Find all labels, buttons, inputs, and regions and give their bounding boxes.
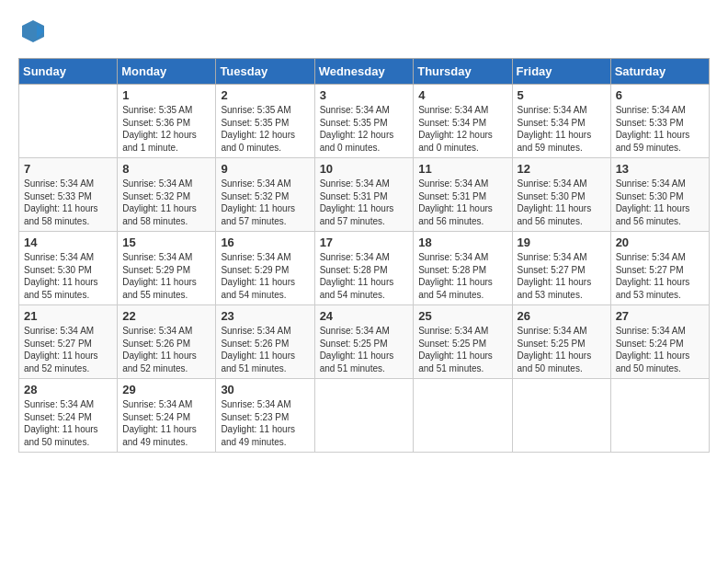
logo-text <box>18 18 46 49</box>
day-number: 16 <box>221 236 309 249</box>
day-number: 10 <box>320 162 409 176</box>
day-info: Sunrise: 5:34 AM Sunset: 5:31 PM Dayligh… <box>320 178 409 227</box>
calendar-cell: 12Sunrise: 5:34 AM Sunset: 5:30 PM Dayli… <box>512 158 610 232</box>
day-info: Sunrise: 5:34 AM Sunset: 5:34 PM Dayligh… <box>518 104 606 154</box>
day-number: 4 <box>418 88 506 102</box>
calendar-cell: 6Sunrise: 5:34 AM Sunset: 5:33 PM Daylig… <box>610 85 709 158</box>
day-info: Sunrise: 5:34 AM Sunset: 5:26 PM Dayligh… <box>221 325 309 374</box>
calendar-cell: 18Sunrise: 5:34 AM Sunset: 5:28 PM Dayli… <box>414 232 512 305</box>
calendar-cell: 19Sunrise: 5:34 AM Sunset: 5:27 PM Dayli… <box>512 232 610 305</box>
calendar-cell: 25Sunrise: 5:34 AM Sunset: 5:25 PM Dayli… <box>414 305 512 379</box>
calendar-cell <box>414 379 512 453</box>
day-info: Sunrise: 5:34 AM Sunset: 5:32 PM Dayligh… <box>221 178 309 227</box>
day-number: 29 <box>122 383 210 396</box>
calendar-cell <box>512 379 610 453</box>
calendar-header-row: SundayMondayTuesdayWednesdayThursdayFrid… <box>19 59 710 85</box>
day-info: Sunrise: 5:34 AM Sunset: 5:24 PM Dayligh… <box>616 325 704 374</box>
day-header-sunday: Sunday <box>19 59 118 85</box>
calendar-week-row: 1Sunrise: 5:35 AM Sunset: 5:36 PM Daylig… <box>19 85 710 158</box>
calendar-cell: 16Sunrise: 5:34 AM Sunset: 5:29 PM Dayli… <box>216 232 314 305</box>
calendar-cell: 24Sunrise: 5:34 AM Sunset: 5:25 PM Dayli… <box>314 305 414 379</box>
day-info: Sunrise: 5:34 AM Sunset: 5:28 PM Dayligh… <box>418 251 506 301</box>
calendar-cell: 8Sunrise: 5:34 AM Sunset: 5:32 PM Daylig… <box>118 158 216 232</box>
calendar-cell <box>314 379 414 453</box>
day-info: Sunrise: 5:34 AM Sunset: 5:24 PM Dayligh… <box>122 398 210 448</box>
day-number: 3 <box>320 88 409 102</box>
day-info: Sunrise: 5:34 AM Sunset: 5:30 PM Dayligh… <box>24 251 112 301</box>
day-number: 17 <box>320 236 409 249</box>
day-info: Sunrise: 5:34 AM Sunset: 5:27 PM Dayligh… <box>24 325 112 374</box>
calendar-cell: 7Sunrise: 5:34 AM Sunset: 5:33 PM Daylig… <box>19 158 118 232</box>
day-info: Sunrise: 5:34 AM Sunset: 5:28 PM Dayligh… <box>320 251 409 301</box>
day-info: Sunrise: 5:34 AM Sunset: 5:35 PM Dayligh… <box>320 104 409 154</box>
calendar-cell: 14Sunrise: 5:34 AM Sunset: 5:30 PM Dayli… <box>19 232 118 305</box>
calendar-week-row: 7Sunrise: 5:34 AM Sunset: 5:33 PM Daylig… <box>19 158 710 232</box>
calendar-cell: 29Sunrise: 5:34 AM Sunset: 5:24 PM Dayli… <box>118 379 216 453</box>
day-header-saturday: Saturday <box>610 59 709 85</box>
day-number: 26 <box>518 309 606 323</box>
day-info: Sunrise: 5:34 AM Sunset: 5:33 PM Dayligh… <box>24 178 112 227</box>
calendar-table: SundayMondayTuesdayWednesdayThursdayFrid… <box>18 58 710 453</box>
day-info: Sunrise: 5:34 AM Sunset: 5:33 PM Dayligh… <box>616 104 704 154</box>
calendar-week-row: 28Sunrise: 5:34 AM Sunset: 5:24 PM Dayli… <box>19 379 710 453</box>
day-number: 18 <box>418 236 506 249</box>
calendar-week-row: 14Sunrise: 5:34 AM Sunset: 5:30 PM Dayli… <box>19 232 710 305</box>
day-info: Sunrise: 5:34 AM Sunset: 5:31 PM Dayligh… <box>418 178 506 227</box>
day-number: 19 <box>518 236 606 249</box>
day-number: 28 <box>24 383 112 396</box>
day-number: 20 <box>616 236 704 249</box>
day-info: Sunrise: 5:34 AM Sunset: 5:27 PM Dayligh… <box>518 251 606 301</box>
day-number: 22 <box>122 309 210 323</box>
day-info: Sunrise: 5:34 AM Sunset: 5:26 PM Dayligh… <box>122 325 210 374</box>
day-number: 21 <box>24 309 112 323</box>
day-info: Sunrise: 5:34 AM Sunset: 5:30 PM Dayligh… <box>616 178 704 227</box>
day-info: Sunrise: 5:34 AM Sunset: 5:29 PM Dayligh… <box>221 251 309 301</box>
day-number: 13 <box>616 162 704 176</box>
day-info: Sunrise: 5:34 AM Sunset: 5:25 PM Dayligh… <box>320 325 409 374</box>
day-number: 14 <box>24 236 112 249</box>
day-number: 30 <box>221 383 309 396</box>
day-number: 23 <box>221 309 309 323</box>
calendar-cell: 22Sunrise: 5:34 AM Sunset: 5:26 PM Dayli… <box>118 305 216 379</box>
calendar-week-row: 21Sunrise: 5:34 AM Sunset: 5:27 PM Dayli… <box>19 305 710 379</box>
day-number: 24 <box>320 309 409 323</box>
day-header-wednesday: Wednesday <box>314 59 414 85</box>
logo <box>18 18 46 49</box>
calendar-cell: 27Sunrise: 5:34 AM Sunset: 5:24 PM Dayli… <box>610 305 709 379</box>
calendar-cell: 23Sunrise: 5:34 AM Sunset: 5:26 PM Dayli… <box>216 305 314 379</box>
calendar-cell: 26Sunrise: 5:34 AM Sunset: 5:25 PM Dayli… <box>512 305 610 379</box>
day-info: Sunrise: 5:34 AM Sunset: 5:25 PM Dayligh… <box>518 325 606 374</box>
day-number: 15 <box>122 236 210 249</box>
day-number: 11 <box>418 162 506 176</box>
calendar-cell: 1Sunrise: 5:35 AM Sunset: 5:36 PM Daylig… <box>118 85 216 158</box>
day-info: Sunrise: 5:35 AM Sunset: 5:35 PM Dayligh… <box>221 104 309 154</box>
day-info: Sunrise: 5:34 AM Sunset: 5:24 PM Dayligh… <box>24 398 112 448</box>
calendar-cell: 5Sunrise: 5:34 AM Sunset: 5:34 PM Daylig… <box>512 85 610 158</box>
calendar-cell: 21Sunrise: 5:34 AM Sunset: 5:27 PM Dayli… <box>19 305 118 379</box>
day-number: 8 <box>122 162 210 176</box>
day-number: 5 <box>518 88 606 102</box>
day-number: 25 <box>418 309 506 323</box>
calendar-cell: 3Sunrise: 5:34 AM Sunset: 5:35 PM Daylig… <box>314 85 414 158</box>
calendar-cell: 11Sunrise: 5:34 AM Sunset: 5:31 PM Dayli… <box>414 158 512 232</box>
calendar-cell: 15Sunrise: 5:34 AM Sunset: 5:29 PM Dayli… <box>118 232 216 305</box>
day-number: 27 <box>616 309 704 323</box>
day-number: 2 <box>221 88 309 102</box>
day-info: Sunrise: 5:34 AM Sunset: 5:34 PM Dayligh… <box>418 104 506 154</box>
calendar-cell: 17Sunrise: 5:34 AM Sunset: 5:28 PM Dayli… <box>314 232 414 305</box>
day-number: 9 <box>221 162 309 176</box>
day-header-friday: Friday <box>512 59 610 85</box>
day-info: Sunrise: 5:34 AM Sunset: 5:29 PM Dayligh… <box>122 251 210 301</box>
day-header-thursday: Thursday <box>414 59 512 85</box>
day-info: Sunrise: 5:35 AM Sunset: 5:36 PM Dayligh… <box>122 104 210 154</box>
calendar-cell: 9Sunrise: 5:34 AM Sunset: 5:32 PM Daylig… <box>216 158 314 232</box>
calendar-cell: 2Sunrise: 5:35 AM Sunset: 5:35 PM Daylig… <box>216 85 314 158</box>
day-number: 1 <box>122 88 210 102</box>
calendar-cell <box>610 379 709 453</box>
calendar-cell: 30Sunrise: 5:34 AM Sunset: 5:23 PM Dayli… <box>216 379 314 453</box>
calendar-cell: 28Sunrise: 5:34 AM Sunset: 5:24 PM Dayli… <box>19 379 118 453</box>
day-header-monday: Monday <box>118 59 216 85</box>
day-info: Sunrise: 5:34 AM Sunset: 5:27 PM Dayligh… <box>616 251 704 301</box>
logo-icon <box>20 18 46 44</box>
calendar-cell: 4Sunrise: 5:34 AM Sunset: 5:34 PM Daylig… <box>414 85 512 158</box>
